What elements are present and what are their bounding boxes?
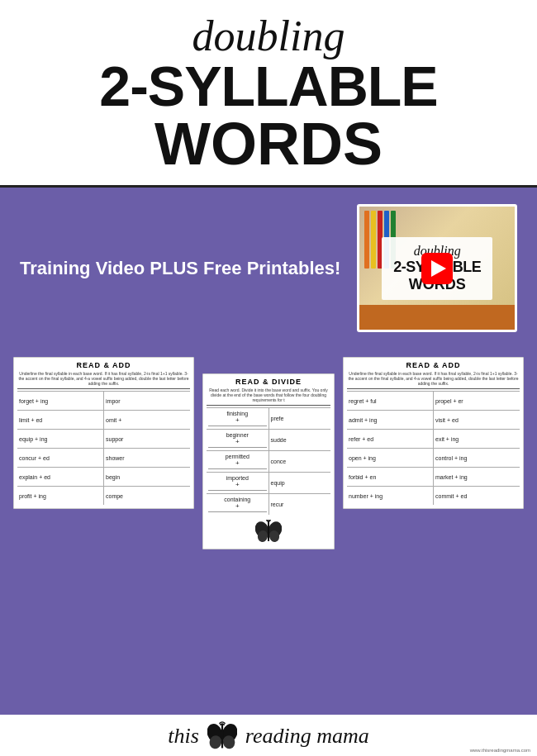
brand-butterfly-icon bbox=[207, 721, 237, 751]
table-row: containing + recur bbox=[207, 493, 330, 515]
word-label: beginner bbox=[226, 432, 249, 438]
plus-sign: + bbox=[235, 459, 240, 467]
table-row: finishing + prefe bbox=[207, 407, 330, 429]
word-label: containing bbox=[224, 497, 250, 502]
cell: profit + ing bbox=[17, 487, 104, 505]
ws-middle-title: READ & DIVIDE bbox=[207, 378, 330, 386]
table-row: imported + equip bbox=[207, 472, 330, 493]
pencil-2 bbox=[371, 211, 376, 269]
play-button[interactable] bbox=[421, 253, 453, 284]
ws-right-subtitle: Underline the final syllable in each bas… bbox=[347, 371, 520, 386]
worksheets-section: READ & ADD Underline the final syllable … bbox=[0, 349, 537, 713]
cell: sudde bbox=[269, 430, 331, 450]
cell: number + ing bbox=[347, 487, 434, 505]
cell: begin bbox=[104, 468, 190, 486]
word-label: permitted bbox=[226, 454, 249, 459]
butterfly-icon bbox=[255, 520, 282, 543]
video-thumbnail[interactable]: doubling 2-SYLLABLE WORDS bbox=[357, 204, 517, 332]
cell: impor bbox=[104, 392, 190, 410]
cell: limit + ed bbox=[17, 411, 104, 429]
title-words: WORDS bbox=[17, 114, 520, 174]
promo-section: Training Video PLUS Free Printables! dou… bbox=[0, 188, 537, 349]
ws-middle-subtitle: Read each word. Divide it into the base … bbox=[207, 388, 330, 402]
cell: containing + bbox=[207, 494, 269, 515]
worksheet-middle: READ & DIVIDE Read each word. Divide it … bbox=[202, 373, 335, 549]
cell: recur bbox=[269, 494, 331, 515]
table-row: regret + ful propel + er bbox=[347, 391, 520, 410]
table-row: forget + ing impor bbox=[17, 391, 190, 410]
brand-url: www.thisreadingmama.com bbox=[470, 748, 530, 753]
plus-sign: + bbox=[235, 502, 240, 510]
cell: prefe bbox=[269, 408, 331, 429]
title-cursive: doubling bbox=[17, 15, 520, 58]
cell: omit + bbox=[104, 411, 190, 429]
cell: equip bbox=[269, 473, 331, 493]
table-row: profit + ing compe bbox=[17, 486, 190, 505]
ws-left-subtitle: Underline the final syllable in each bas… bbox=[17, 371, 190, 386]
table-row: forbid + en market + ing bbox=[347, 467, 520, 486]
ws-right-title: READ & ADD bbox=[347, 361, 520, 369]
table-row: refer + ed exit + ing bbox=[347, 429, 520, 448]
bottom-brand: this reading mama bbox=[0, 713, 537, 756]
video-bg-orange bbox=[359, 305, 515, 330]
word-label: imported bbox=[226, 475, 249, 481]
cell: open + ing bbox=[347, 449, 434, 467]
plus-sign: + bbox=[235, 481, 240, 488]
cell: beginner + bbox=[207, 430, 269, 450]
cell: admit + ing bbox=[347, 411, 434, 429]
cell: visit + ed bbox=[434, 411, 520, 429]
cell: suppor bbox=[104, 430, 190, 448]
cell: forget + ing bbox=[17, 392, 104, 410]
cell: conce bbox=[269, 451, 331, 472]
worksheet-right: READ & ADD Underline the final syllable … bbox=[343, 357, 524, 509]
table-row: limit + ed omit + bbox=[17, 410, 190, 429]
cell: permitted + bbox=[207, 451, 269, 472]
table-row: concur + ed shower bbox=[17, 448, 190, 467]
title-syllable: 2-SYLLABLE bbox=[17, 58, 520, 114]
cell: refer + ed bbox=[347, 430, 434, 448]
cell: concur + ed bbox=[17, 449, 104, 467]
table-row: beginner + sudde bbox=[207, 429, 330, 450]
table-row: admit + ing visit + ed bbox=[347, 410, 520, 429]
cell: control + ing bbox=[434, 449, 520, 467]
play-icon bbox=[431, 260, 446, 277]
training-text: Training Video PLUS Free Printables! bbox=[20, 256, 340, 281]
ws-right-header-line bbox=[347, 388, 520, 389]
ws-middle-header-line bbox=[207, 405, 330, 406]
cell: market + ing bbox=[434, 468, 520, 486]
page-wrapper: doubling 2-SYLLABLE WORDS Training Video… bbox=[0, 0, 537, 756]
cell: equip + ing bbox=[17, 430, 104, 448]
cell: finishing + bbox=[207, 408, 269, 429]
cell: regret + ful bbox=[347, 392, 434, 410]
cell: forbid + en bbox=[347, 468, 434, 486]
cell: compe bbox=[104, 487, 190, 505]
table-row: open + ing control + ing bbox=[347, 448, 520, 467]
plus-sign: + bbox=[235, 438, 240, 445]
cell: imported + bbox=[207, 473, 269, 493]
brand-text-right: reading mama bbox=[245, 724, 369, 749]
plus-sign: + bbox=[235, 416, 240, 424]
cell: commit + ed bbox=[434, 487, 520, 505]
worksheet-left: READ & ADD Underline the final syllable … bbox=[13, 357, 194, 509]
butterfly-area bbox=[207, 515, 330, 545]
table-row: equip + ing suppor bbox=[17, 429, 190, 448]
ws-left-title: READ & ADD bbox=[17, 361, 190, 369]
ws-left-header-line bbox=[17, 388, 190, 389]
header-section: doubling 2-SYLLABLE WORDS bbox=[0, 0, 537, 188]
table-row: number + ing commit + ed bbox=[347, 486, 520, 505]
cell: shower bbox=[104, 449, 190, 467]
table-row: permitted + conce bbox=[207, 450, 330, 472]
cell: exit + ing bbox=[434, 430, 520, 448]
table-row: explain + ed begin bbox=[17, 467, 190, 486]
cell: explain + ed bbox=[17, 468, 104, 486]
word-label: finishing bbox=[226, 411, 248, 416]
pencil-1 bbox=[364, 211, 369, 269]
cell: propel + er bbox=[434, 392, 520, 410]
brand-text-left: this bbox=[168, 724, 199, 749]
